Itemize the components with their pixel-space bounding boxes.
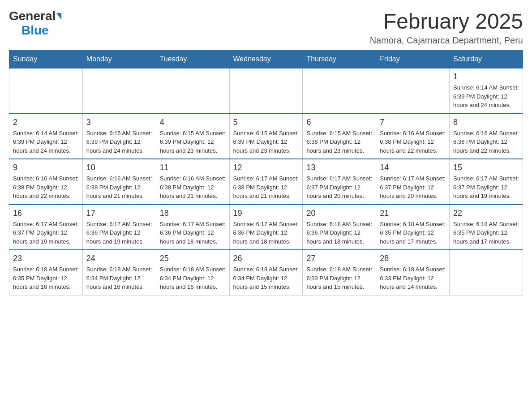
day-number: 11 bbox=[160, 163, 226, 172]
day-info: Sunrise: 6:18 AM Sunset: 6:35 PM Dayligh… bbox=[13, 265, 79, 291]
calendar-week-row: 1Sunrise: 6:14 AM Sunset: 6:39 PM Daylig… bbox=[9, 68, 523, 114]
logo-blue-text: Blue bbox=[21, 23, 49, 37]
day-header-friday: Friday bbox=[376, 51, 450, 68]
day-number: 4 bbox=[160, 118, 226, 127]
day-number: 9 bbox=[13, 163, 79, 172]
calendar-cell: 25Sunrise: 6:18 AM Sunset: 6:34 PM Dayli… bbox=[156, 250, 229, 295]
calendar-cell: 4Sunrise: 6:15 AM Sunset: 6:39 PM Daylig… bbox=[156, 114, 229, 159]
day-info: Sunrise: 6:15 AM Sunset: 6:39 PM Dayligh… bbox=[233, 129, 299, 155]
calendar-week-row: 2Sunrise: 6:14 AM Sunset: 6:39 PM Daylig… bbox=[9, 114, 523, 159]
day-number: 3 bbox=[86, 118, 152, 127]
day-number: 15 bbox=[453, 163, 519, 172]
day-number: 24 bbox=[86, 254, 152, 263]
calendar-cell: 5Sunrise: 6:15 AM Sunset: 6:39 PM Daylig… bbox=[229, 114, 303, 159]
calendar-week-row: 9Sunrise: 6:16 AM Sunset: 6:38 PM Daylig… bbox=[9, 159, 523, 205]
day-info: Sunrise: 6:17 AM Sunset: 6:36 PM Dayligh… bbox=[86, 220, 152, 246]
calendar-cell: 1Sunrise: 6:14 AM Sunset: 6:39 PM Daylig… bbox=[450, 68, 523, 114]
calendar-cell: 11Sunrise: 6:16 AM Sunset: 6:38 PM Dayli… bbox=[156, 159, 229, 205]
day-number: 5 bbox=[233, 118, 299, 127]
calendar-cell: 20Sunrise: 6:18 AM Sunset: 6:36 PM Dayli… bbox=[303, 205, 376, 250]
day-info: Sunrise: 6:16 AM Sunset: 6:38 PM Dayligh… bbox=[86, 174, 152, 201]
day-info: Sunrise: 6:16 AM Sunset: 6:38 PM Dayligh… bbox=[453, 129, 519, 155]
day-info: Sunrise: 6:14 AM Sunset: 6:39 PM Dayligh… bbox=[13, 129, 79, 155]
day-number: 12 bbox=[233, 163, 299, 172]
calendar-cell: 16Sunrise: 6:17 AM Sunset: 6:37 PM Dayli… bbox=[9, 205, 83, 250]
day-info: Sunrise: 6:16 AM Sunset: 6:38 PM Dayligh… bbox=[160, 174, 226, 201]
day-number: 14 bbox=[380, 163, 446, 172]
day-info: Sunrise: 6:15 AM Sunset: 6:39 PM Dayligh… bbox=[86, 129, 152, 155]
day-number: 28 bbox=[380, 254, 446, 263]
day-info: Sunrise: 6:15 AM Sunset: 6:38 PM Dayligh… bbox=[306, 129, 372, 155]
day-header-saturday: Saturday bbox=[450, 51, 523, 68]
calendar-cell: 2Sunrise: 6:14 AM Sunset: 6:39 PM Daylig… bbox=[9, 114, 83, 159]
logo-general-text: General bbox=[9, 9, 56, 23]
day-number: 1 bbox=[453, 72, 519, 81]
day-number: 25 bbox=[160, 254, 226, 263]
calendar-cell: 23Sunrise: 6:18 AM Sunset: 6:35 PM Dayli… bbox=[9, 250, 83, 295]
calendar-cell: 27Sunrise: 6:18 AM Sunset: 6:33 PM Dayli… bbox=[303, 250, 376, 295]
day-number: 21 bbox=[380, 209, 446, 218]
calendar-cell bbox=[82, 68, 156, 114]
page-header: General Blue February 2025 Namora, Cajam… bbox=[9, 9, 523, 46]
calendar-cell bbox=[9, 68, 83, 114]
day-number: 22 bbox=[453, 209, 519, 218]
day-number: 13 bbox=[306, 163, 372, 172]
day-number: 20 bbox=[306, 209, 372, 218]
day-info: Sunrise: 6:18 AM Sunset: 6:33 PM Dayligh… bbox=[380, 265, 446, 291]
calendar-cell: 10Sunrise: 6:16 AM Sunset: 6:38 PM Dayli… bbox=[82, 159, 156, 205]
day-number: 26 bbox=[233, 254, 299, 263]
day-number: 27 bbox=[306, 254, 372, 263]
day-header-sunday: Sunday bbox=[9, 51, 83, 68]
day-info: Sunrise: 6:17 AM Sunset: 6:37 PM Dayligh… bbox=[306, 174, 372, 201]
calendar-cell: 7Sunrise: 6:16 AM Sunset: 6:38 PM Daylig… bbox=[376, 114, 450, 159]
day-number: 17 bbox=[86, 209, 152, 218]
day-info: Sunrise: 6:18 AM Sunset: 6:34 PM Dayligh… bbox=[86, 265, 152, 291]
day-info: Sunrise: 6:18 AM Sunset: 6:35 PM Dayligh… bbox=[380, 220, 446, 246]
calendar-week-row: 16Sunrise: 6:17 AM Sunset: 6:37 PM Dayli… bbox=[9, 205, 523, 250]
day-info: Sunrise: 6:17 AM Sunset: 6:36 PM Dayligh… bbox=[160, 220, 226, 246]
calendar-cell: 3Sunrise: 6:15 AM Sunset: 6:39 PM Daylig… bbox=[82, 114, 156, 159]
calendar-cell: 24Sunrise: 6:18 AM Sunset: 6:34 PM Dayli… bbox=[82, 250, 156, 295]
day-info: Sunrise: 6:16 AM Sunset: 6:38 PM Dayligh… bbox=[380, 129, 446, 155]
calendar-cell bbox=[376, 68, 450, 114]
day-info: Sunrise: 6:18 AM Sunset: 6:35 PM Dayligh… bbox=[453, 220, 519, 246]
calendar-cell: 21Sunrise: 6:18 AM Sunset: 6:35 PM Dayli… bbox=[376, 205, 450, 250]
day-info: Sunrise: 6:18 AM Sunset: 6:34 PM Dayligh… bbox=[233, 265, 299, 291]
calendar-cell: 19Sunrise: 6:17 AM Sunset: 6:36 PM Dayli… bbox=[229, 205, 303, 250]
calendar-cell: 22Sunrise: 6:18 AM Sunset: 6:35 PM Dayli… bbox=[450, 205, 523, 250]
day-number: 16 bbox=[13, 209, 79, 218]
day-header-tuesday: Tuesday bbox=[156, 51, 229, 68]
calendar-cell: 17Sunrise: 6:17 AM Sunset: 6:36 PM Dayli… bbox=[82, 205, 156, 250]
day-info: Sunrise: 6:17 AM Sunset: 6:37 PM Dayligh… bbox=[13, 220, 79, 246]
calendar-cell: 12Sunrise: 6:17 AM Sunset: 6:38 PM Dayli… bbox=[229, 159, 303, 205]
page-subtitle: Namora, Cajamarca Department, Peru bbox=[370, 35, 523, 46]
calendar-cell bbox=[156, 68, 229, 114]
day-number: 8 bbox=[453, 118, 519, 127]
day-number: 6 bbox=[306, 118, 372, 127]
day-info: Sunrise: 6:16 AM Sunset: 6:38 PM Dayligh… bbox=[13, 174, 79, 201]
calendar-cell: 9Sunrise: 6:16 AM Sunset: 6:38 PM Daylig… bbox=[9, 159, 83, 205]
day-header-wednesday: Wednesday bbox=[229, 51, 303, 68]
calendar-cell bbox=[229, 68, 303, 114]
day-number: 7 bbox=[380, 118, 446, 127]
day-header-thursday: Thursday bbox=[303, 51, 376, 68]
day-info: Sunrise: 6:14 AM Sunset: 6:39 PM Dayligh… bbox=[453, 83, 519, 110]
day-number: 23 bbox=[13, 254, 79, 263]
title-section: February 2025 Namora, Cajamarca Departme… bbox=[370, 9, 523, 46]
calendar-cell bbox=[303, 68, 376, 114]
day-number: 19 bbox=[233, 209, 299, 218]
day-number: 18 bbox=[160, 209, 226, 218]
page-title: February 2025 bbox=[370, 9, 523, 34]
calendar-cell: 26Sunrise: 6:18 AM Sunset: 6:34 PM Dayli… bbox=[229, 250, 303, 295]
calendar-cell: 6Sunrise: 6:15 AM Sunset: 6:38 PM Daylig… bbox=[303, 114, 376, 159]
day-info: Sunrise: 6:17 AM Sunset: 6:37 PM Dayligh… bbox=[453, 174, 519, 201]
day-number: 10 bbox=[86, 163, 152, 172]
day-info: Sunrise: 6:18 AM Sunset: 6:33 PM Dayligh… bbox=[306, 265, 372, 291]
day-info: Sunrise: 6:17 AM Sunset: 6:37 PM Dayligh… bbox=[380, 174, 446, 201]
calendar-cell: 28Sunrise: 6:18 AM Sunset: 6:33 PM Dayli… bbox=[376, 250, 450, 295]
day-number: 2 bbox=[13, 118, 79, 127]
day-info: Sunrise: 6:15 AM Sunset: 6:39 PM Dayligh… bbox=[160, 129, 226, 155]
day-info: Sunrise: 6:18 AM Sunset: 6:36 PM Dayligh… bbox=[306, 220, 372, 246]
day-info: Sunrise: 6:17 AM Sunset: 6:38 PM Dayligh… bbox=[233, 174, 299, 201]
calendar-cell bbox=[450, 250, 523, 295]
